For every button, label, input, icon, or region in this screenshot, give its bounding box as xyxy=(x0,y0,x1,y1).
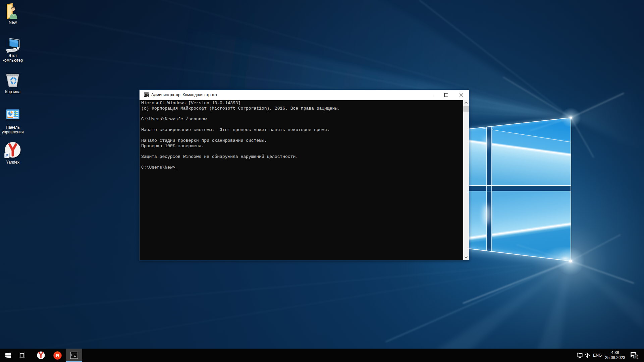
svg-text:1: 1 xyxy=(635,355,637,359)
svg-text:Я: Я xyxy=(56,353,59,358)
svg-text:C:\: C:\ xyxy=(71,354,75,356)
svg-text:C:\: C:\ xyxy=(144,94,149,97)
